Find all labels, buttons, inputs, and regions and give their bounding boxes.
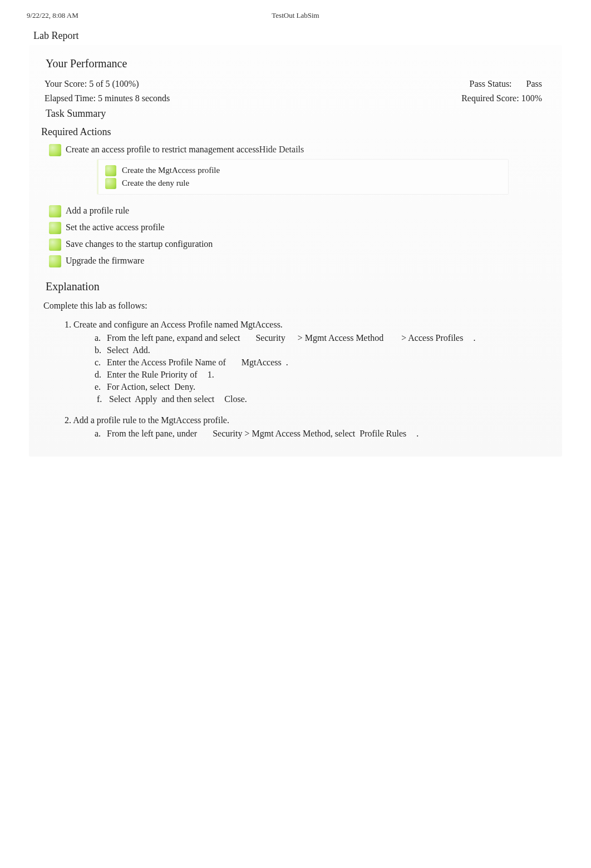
mid: and then select bbox=[159, 394, 214, 404]
substep-pre: From the left pane, expand and select bbox=[107, 333, 240, 343]
substep-item: c. Enter the Access Profile Name ofMgtAc… bbox=[95, 356, 562, 369]
task-text: Set the active access profile bbox=[66, 222, 165, 232]
task-item: Create an access profile to restrict man… bbox=[49, 141, 562, 202]
required-actions-label: Required Actions bbox=[41, 126, 562, 138]
substep-item: d. Enter the Rule Priority of1. bbox=[95, 369, 562, 381]
required-score-label: Required Score: 100% bbox=[461, 93, 542, 103]
substep-post: . bbox=[245, 394, 247, 404]
task-text: Upgrade the firmware bbox=[66, 256, 144, 265]
substep-marker: e. bbox=[95, 382, 105, 392]
page-header: 9/22/22, 8:08 AM TestOut LabSim bbox=[27, 11, 564, 20]
substep-post: . bbox=[212, 370, 214, 379]
check-icon bbox=[49, 205, 61, 217]
check-icon bbox=[49, 144, 61, 156]
task-item: Add a profile rule bbox=[49, 202, 562, 219]
task-item: Save changes to the startup configuratio… bbox=[49, 236, 562, 252]
lab-report-title: Lab Report bbox=[33, 30, 564, 42]
performance-heading: Your Performance bbox=[46, 57, 562, 70]
step-number: 1. bbox=[65, 320, 71, 329]
check-icon bbox=[105, 165, 116, 176]
substep-pre: For Action, select bbox=[107, 382, 170, 391]
task-text: Create an access profile to restrict man… bbox=[66, 145, 259, 154]
pass-status: Pass Status: Pass bbox=[470, 79, 542, 89]
substep-pre: Enter the Rule Priority of bbox=[107, 370, 198, 379]
sep: > bbox=[296, 333, 305, 343]
substep-item: a. From the left pane, expand and select… bbox=[95, 332, 562, 344]
task-text: Add a profile rule bbox=[66, 206, 129, 215]
sub-task-text: Create the deny rule bbox=[122, 178, 189, 187]
step-item: 2. Add a profile rule to the MgtAccess p… bbox=[65, 415, 562, 440]
performance-time-row: Elapsed Time: 5 minutes 8 seconds Requir… bbox=[29, 91, 562, 106]
substep-marker: a. bbox=[95, 333, 105, 343]
pass-status-value: Pass bbox=[526, 79, 542, 88]
task-sub-details: Create the MgtAccess profile Create the … bbox=[97, 159, 509, 195]
task-summary-heading: Task Summary bbox=[46, 108, 562, 120]
check-icon bbox=[49, 222, 61, 234]
substep-item: b. Select Add. bbox=[95, 344, 562, 356]
sub-task-text: Create the MgtAccess profile bbox=[122, 166, 220, 175]
kw-apply: Apply bbox=[135, 394, 157, 404]
check-icon bbox=[105, 178, 116, 189]
substep-post: . bbox=[193, 382, 195, 391]
check-icon bbox=[49, 255, 61, 267]
task-list: Create an access profile to restrict man… bbox=[49, 141, 562, 269]
substep-marker: b. bbox=[95, 345, 105, 355]
step-title: Create and configure an Access Profile n… bbox=[73, 320, 283, 329]
check-icon bbox=[49, 239, 61, 251]
kw-one: 1 bbox=[208, 370, 212, 379]
sep: > bbox=[399, 333, 408, 343]
your-score-label: Your Score: 5 of 5 (100%) bbox=[45, 79, 139, 89]
substep-post: . bbox=[473, 333, 475, 343]
substep-marker: c. bbox=[95, 358, 105, 368]
mid: , select bbox=[331, 429, 355, 438]
substep-marker: f. bbox=[97, 394, 107, 404]
substeps: a. From the left pane, underSecurity > M… bbox=[95, 428, 562, 440]
kw-mgmt-access-method: Mgmt Access Method bbox=[252, 429, 331, 438]
substeps: a. From the left pane, expand and select… bbox=[95, 332, 562, 405]
hide-details-link[interactable]: Hide Details bbox=[259, 145, 304, 154]
substep-pre: Select bbox=[109, 394, 131, 404]
kw-mgtaccess: MgtAccess bbox=[242, 358, 282, 367]
substep-marker: d. bbox=[95, 370, 105, 380]
substep-pre: Enter the Access Profile Name of bbox=[107, 358, 226, 367]
substep-post: . bbox=[148, 345, 150, 355]
header-datetime: 9/22/22, 8:08 AM bbox=[27, 11, 78, 20]
substep-item: a. From the left pane, underSecurity > M… bbox=[95, 428, 562, 440]
kw-access-profiles: Access Profiles bbox=[408, 333, 463, 343]
kw-security: Security bbox=[255, 333, 285, 343]
substep-item: f. Select Apply and then selectClose. bbox=[95, 393, 562, 405]
pass-status-label: Pass Status: bbox=[470, 79, 512, 88]
sub-task-item: Create the MgtAccess profile bbox=[105, 164, 501, 177]
sub-task-item: Create the deny rule bbox=[105, 177, 501, 190]
step-title: Add a profile rule to the MgtAccess prof… bbox=[73, 415, 229, 425]
explanation-heading: Explanation bbox=[46, 280, 562, 293]
task-text: Save changes to the startup configuratio… bbox=[66, 239, 213, 249]
task-item: Upgrade the firmware bbox=[49, 252, 562, 269]
kw-mgmt-access-method: Mgmt Access Method bbox=[305, 333, 383, 343]
kw-profile-rules: Profile Rules bbox=[359, 429, 406, 438]
elapsed-time-label: Elapsed Time: 5 minutes 8 seconds bbox=[45, 93, 170, 103]
explanation-steps: 1. Create and configure an Access Profil… bbox=[65, 320, 562, 440]
explanation-intro: Complete this lab as follows: bbox=[43, 301, 562, 311]
step-item: 1. Create and configure an Access Profil… bbox=[65, 320, 562, 405]
sep: > bbox=[243, 429, 252, 438]
substep-pre: From the left pane, under bbox=[107, 429, 197, 438]
substep-item: e. For Action, select Deny. bbox=[95, 381, 562, 393]
kw-security: Security bbox=[213, 429, 242, 438]
substep-post: . bbox=[416, 429, 418, 438]
substep-post: . bbox=[286, 358, 288, 367]
kw-deny: Deny bbox=[174, 382, 193, 391]
step-number: 2. bbox=[65, 415, 71, 425]
kw-add: Add bbox=[132, 345, 148, 355]
substep-marker: a. bbox=[95, 429, 105, 439]
report-body: Your Performance Your Score: 5 of 5 (100… bbox=[29, 45, 562, 457]
header-title: TestOut LabSim bbox=[272, 11, 319, 20]
substep-pre: Select bbox=[107, 345, 129, 355]
kw-close: Close bbox=[224, 394, 244, 404]
task-item: Set the active access profile bbox=[49, 219, 562, 236]
performance-score-row: Your Score: 5 of 5 (100%) Pass Status: P… bbox=[29, 77, 562, 91]
